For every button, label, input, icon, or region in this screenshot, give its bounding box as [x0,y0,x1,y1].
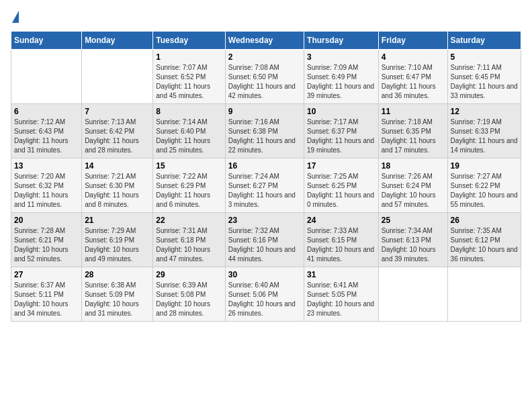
day-detail: Sunrise: 7:33 AMSunset: 6:15 PMDaylight:… [307,226,375,264]
day-detail: Sunrise: 7:17 AMSunset: 6:37 PMDaylight:… [307,118,375,155]
calendar-cell: 17Sunrise: 7:25 AMSunset: 6:25 PMDayligh… [304,158,379,213]
day-number: 30 [228,270,301,279]
day-number: 1 [156,52,222,62]
calendar-cell: 22Sunrise: 7:31 AMSunset: 6:18 PMDayligh… [153,213,225,267]
day-number: 11 [382,107,445,116]
day-number: 5 [451,52,518,62]
calendar-cell [378,267,447,322]
day-number: 3 [307,52,375,62]
day-detail: Sunrise: 6:41 AMSunset: 5:05 PMDaylight:… [307,281,375,318]
day-detail: Sunrise: 7:35 AMSunset: 6:12 PMDaylight:… [451,226,518,264]
day-number: 22 [156,216,222,225]
week-row-2: 6Sunrise: 7:12 AMSunset: 6:43 PMDaylight… [11,104,521,158]
calendar-cell: 25Sunrise: 7:34 AMSunset: 6:13 PMDayligh… [378,213,447,267]
day-detail: Sunrise: 7:14 AMSunset: 6:40 PMDaylight:… [156,118,222,155]
day-number: 28 [85,270,150,279]
day-detail: Sunrise: 7:31 AMSunset: 6:18 PMDaylight:… [156,226,222,264]
calendar-cell: 3Sunrise: 7:09 AMSunset: 6:49 PMDaylight… [304,50,379,104]
day-detail: Sunrise: 7:08 AMSunset: 6:50 PMDaylight:… [228,63,301,101]
calendar-cell: 10Sunrise: 7:17 AMSunset: 6:37 PMDayligh… [304,104,379,158]
calendar-cell: 27Sunrise: 6:37 AMSunset: 5:11 PMDayligh… [11,267,82,322]
day-detail: Sunrise: 7:10 AMSunset: 6:47 PMDaylight:… [382,63,445,101]
calendar-cell: 9Sunrise: 7:16 AMSunset: 6:38 PMDaylight… [225,104,304,158]
day-detail: Sunrise: 7:25 AMSunset: 6:25 PMDaylight:… [307,172,375,210]
day-detail: Sunrise: 7:28 AMSunset: 6:21 PMDaylight:… [14,226,79,264]
page-header [11,11,521,23]
day-number: 6 [14,107,79,116]
day-number: 2 [228,52,301,62]
calendar-cell: 19Sunrise: 7:27 AMSunset: 6:22 PMDayligh… [447,158,521,213]
calendar-cell: 23Sunrise: 7:32 AMSunset: 6:16 PMDayligh… [225,213,304,267]
day-detail: Sunrise: 7:11 AMSunset: 6:45 PMDaylight:… [451,63,518,101]
day-number: 18 [382,161,445,171]
week-row-4: 20Sunrise: 7:28 AMSunset: 6:21 PMDayligh… [11,213,521,267]
day-detail: Sunrise: 7:20 AMSunset: 6:32 PMDaylight:… [14,172,79,210]
week-row-5: 27Sunrise: 6:37 AMSunset: 5:11 PMDayligh… [11,267,521,322]
calendar-table: SundayMondayTuesdayWednesdayThursdayFrid… [11,31,521,322]
day-number: 10 [307,107,375,116]
day-detail: Sunrise: 7:16 AMSunset: 6:38 PMDaylight:… [228,118,301,155]
calendar-cell: 24Sunrise: 7:33 AMSunset: 6:15 PMDayligh… [304,213,379,267]
calendar-cell [447,267,521,322]
day-number: 14 [85,161,150,171]
calendar-cell: 28Sunrise: 6:38 AMSunset: 5:09 PMDayligh… [82,267,153,322]
calendar-cell: 29Sunrise: 6:39 AMSunset: 5:08 PMDayligh… [153,267,225,322]
calendar-cell: 20Sunrise: 7:28 AMSunset: 6:21 PMDayligh… [11,213,82,267]
day-number: 13 [14,161,79,171]
day-number: 24 [307,216,375,225]
calendar-cell: 16Sunrise: 7:24 AMSunset: 6:27 PMDayligh… [225,158,304,213]
calendar-cell: 30Sunrise: 6:40 AMSunset: 5:06 PMDayligh… [225,267,304,322]
day-detail: Sunrise: 6:37 AMSunset: 5:11 PMDaylight:… [14,281,79,318]
day-number: 25 [382,216,445,225]
day-number: 20 [14,216,79,225]
calendar-cell: 31Sunrise: 6:41 AMSunset: 5:05 PMDayligh… [304,267,379,322]
calendar-cell: 12Sunrise: 7:19 AMSunset: 6:33 PMDayligh… [447,104,521,158]
day-number: 9 [228,107,301,116]
day-detail: Sunrise: 6:39 AMSunset: 5:08 PMDaylight:… [156,281,222,318]
day-detail: Sunrise: 7:07 AMSunset: 6:52 PMDaylight:… [156,63,222,101]
day-number: 31 [307,270,375,279]
day-detail: Sunrise: 7:13 AMSunset: 6:42 PMDaylight:… [85,118,150,155]
calendar-header-row: SundayMondayTuesdayWednesdayThursdayFrid… [11,32,521,50]
logo [11,11,19,23]
day-number: 17 [307,161,375,171]
day-detail: Sunrise: 7:09 AMSunset: 6:49 PMDaylight:… [307,63,375,101]
day-detail: Sunrise: 7:32 AMSunset: 6:16 PMDaylight:… [228,226,301,264]
col-header-wednesday: Wednesday [225,32,304,50]
calendar-cell: 7Sunrise: 7:13 AMSunset: 6:42 PMDaylight… [82,104,153,158]
col-header-thursday: Thursday [304,32,379,50]
calendar-cell [11,50,82,104]
day-number: 21 [85,216,150,225]
calendar-cell: 5Sunrise: 7:11 AMSunset: 6:45 PMDaylight… [447,50,521,104]
day-detail: Sunrise: 7:21 AMSunset: 6:30 PMDaylight:… [85,172,150,210]
day-detail: Sunrise: 7:34 AMSunset: 6:13 PMDaylight:… [382,226,445,264]
day-detail: Sunrise: 6:38 AMSunset: 5:09 PMDaylight:… [85,281,150,318]
day-number: 29 [156,270,222,279]
day-detail: Sunrise: 7:22 AMSunset: 6:29 PMDaylight:… [156,172,222,210]
day-detail: Sunrise: 7:18 AMSunset: 6:35 PMDaylight:… [382,118,445,155]
day-detail: Sunrise: 7:27 AMSunset: 6:22 PMDaylight:… [451,172,518,210]
col-header-monday: Monday [82,32,153,50]
calendar-cell: 13Sunrise: 7:20 AMSunset: 6:32 PMDayligh… [11,158,82,213]
day-number: 8 [156,107,222,116]
day-number: 23 [228,216,301,225]
day-number: 7 [85,107,150,116]
day-detail: Sunrise: 6:40 AMSunset: 5:06 PMDaylight:… [228,281,301,318]
col-header-friday: Friday [378,32,447,50]
calendar-cell: 8Sunrise: 7:14 AMSunset: 6:40 PMDaylight… [153,104,225,158]
day-detail: Sunrise: 7:29 AMSunset: 6:19 PMDaylight:… [85,226,150,264]
calendar-cell: 1Sunrise: 7:07 AMSunset: 6:52 PMDaylight… [153,50,225,104]
day-number: 15 [156,161,222,171]
day-number: 27 [14,270,79,279]
day-number: 19 [451,161,518,171]
calendar-cell: 15Sunrise: 7:22 AMSunset: 6:29 PMDayligh… [153,158,225,213]
logo-triangle-icon [12,11,19,23]
day-number: 4 [382,52,445,62]
week-row-3: 13Sunrise: 7:20 AMSunset: 6:32 PMDayligh… [11,158,521,213]
day-detail: Sunrise: 7:19 AMSunset: 6:33 PMDaylight:… [451,118,518,155]
day-detail: Sunrise: 7:24 AMSunset: 6:27 PMDaylight:… [228,172,301,210]
day-number: 16 [228,161,301,171]
calendar-cell: 26Sunrise: 7:35 AMSunset: 6:12 PMDayligh… [447,213,521,267]
calendar-cell: 14Sunrise: 7:21 AMSunset: 6:30 PMDayligh… [82,158,153,213]
col-header-saturday: Saturday [447,32,521,50]
